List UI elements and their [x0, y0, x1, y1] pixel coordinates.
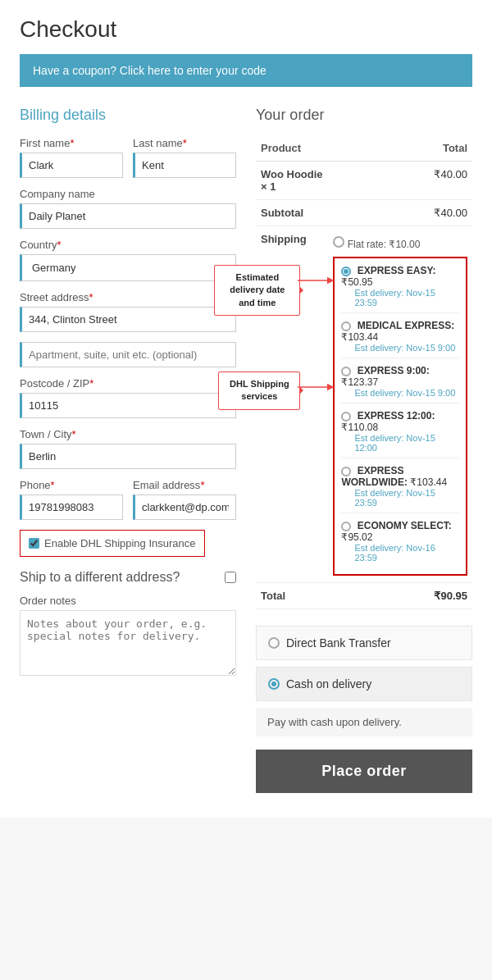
shipping-options-wrapper: Estimateddelivery dateand time	[333, 257, 467, 576]
callout2-arrow	[298, 381, 335, 393]
shipping-radio-5[interactable]	[341, 467, 351, 476]
shipping-radio-2[interactable]	[341, 321, 351, 331]
postcode-label: Postcode / ZIP*	[20, 377, 236, 390]
country-row: Country* Germany USA UK	[20, 239, 236, 281]
insurance-row: Enable DHL Shipping Insurance	[20, 530, 205, 557]
page-wrapper: Checkout Have a coupon? Click here to en…	[0, 0, 492, 818]
company-row: Company name	[20, 188, 236, 229]
page-title: Checkout	[20, 16, 472, 43]
company-label: Company name	[20, 188, 236, 200]
delivery-est-4: Est delivery: Nov-15 12:00	[341, 433, 459, 453]
table-row: Woo Hoodie × 1 ₹40.00	[256, 162, 472, 200]
ship-different-checkbox[interactable]	[225, 572, 236, 583]
subtotal-label: Subtotal	[256, 200, 328, 226]
col-total: Total	[328, 135, 472, 162]
last-name-input[interactable]	[133, 153, 236, 178]
coupon-banner[interactable]: Have a coupon? Click here to enter your …	[20, 54, 472, 87]
street-input[interactable]	[20, 307, 236, 332]
bank-transfer-radio[interactable]	[268, 637, 280, 649]
payment-option-bank[interactable]: Direct Bank Transfer	[256, 626, 472, 660]
last-name-field: Last name*	[133, 137, 236, 178]
delivery-est-1: Est delivery: Nov-15 23:59	[341, 288, 459, 308]
estimated-delivery-callout: Estimateddelivery dateand time	[214, 265, 300, 316]
product-total: ₹40.00	[328, 162, 472, 200]
shipping-option-6: ECONOMY SELECT: ₹95.02 Est delivery: Nov…	[341, 520, 459, 567]
shipping-radio-1[interactable]	[341, 267, 351, 276]
billing-section: Billing details First name* Last name*	[20, 107, 236, 793]
shipping-option-2: MEDICAL EXPRESS: ₹103.44 Est delivery: N…	[341, 320, 459, 358]
shipping-option-3: EXPRESS 9:00: ₹123.37 Est delivery: Nov-…	[341, 365, 459, 403]
street-row: Street address*	[20, 291, 236, 332]
phone-label: Phone*	[20, 479, 123, 491]
order-table: Product Total Woo Hoodie × 1 ₹40.00 Subt…	[256, 135, 472, 609]
postcode-field: Postcode / ZIP*	[20, 377, 236, 418]
payment-description: Pay with cash upon delivery.	[256, 708, 472, 736]
order-section: Your order Product Total Woo Hoodie × 1 …	[256, 107, 472, 793]
country-select[interactable]: Germany USA UK	[20, 254, 236, 281]
order-notes-field: Order notes	[20, 595, 236, 678]
flat-rate-radio[interactable]	[333, 236, 344, 248]
postcode-input[interactable]	[20, 393, 236, 418]
first-name-field: First name*	[20, 137, 123, 178]
shipping-radio-3[interactable]	[341, 367, 351, 376]
company-field: Company name	[20, 188, 236, 229]
bank-transfer-label: Direct Bank Transfer	[286, 636, 391, 650]
payment-option-cod[interactable]: Cash on delivery	[256, 667, 472, 701]
callout1-arrow	[298, 275, 335, 286]
shipping-option-1: EXPRESS EASY: ₹50.95 Est delivery: Nov-1…	[341, 265, 459, 313]
country-field: Country* Germany USA UK	[20, 239, 236, 281]
apt-field	[20, 342, 236, 367]
country-label: Country*	[20, 239, 236, 251]
total-row: Total ₹90.95	[256, 583, 472, 609]
city-field: Town / City*	[20, 428, 236, 469]
shipping-radio-4[interactable]	[341, 412, 351, 422]
total-label: Total	[256, 583, 328, 609]
col-product: Product	[256, 135, 328, 162]
last-name-label: Last name*	[133, 137, 236, 149]
dhl-shipping-callout: DHL Shippingservices	[218, 371, 300, 410]
email-label: Email address*	[133, 479, 236, 491]
name-row: First name* Last name*	[20, 137, 236, 178]
payment-section: Direct Bank Transfer Cash on delivery Pa…	[256, 626, 472, 793]
shipping-radio-6[interactable]	[341, 522, 351, 531]
order-title: Your order	[256, 107, 472, 124]
company-input[interactable]	[20, 203, 236, 229]
billing-title: Billing details	[20, 107, 236, 124]
insurance-checkbox[interactable]	[29, 538, 39, 549]
shipping-option-5: EXPRESS WORLDWIDE: ₹103.44 Est delivery:…	[341, 465, 459, 513]
delivery-est-6: Est delivery: Nov-16 23:59	[341, 543, 459, 563]
delivery-est-3: Est delivery: Nov-15 9:00	[341, 388, 459, 398]
cod-label: Cash on delivery	[286, 677, 371, 691]
street-label: Street address*	[20, 291, 236, 303]
delivery-est-5: Est delivery: Nov-15 23:59	[341, 488, 459, 508]
cod-radio[interactable]	[268, 678, 280, 690]
phone-input[interactable]	[20, 495, 123, 520]
delivery-est-2: Est delivery: Nov-15 9:00	[341, 343, 459, 353]
product-name: Woo Hoodie × 1	[256, 162, 328, 200]
subtotal-value: ₹40.00	[328, 200, 472, 226]
order-notes-row: Order notes	[20, 595, 236, 678]
city-input[interactable]	[20, 444, 236, 469]
order-notes-label: Order notes	[20, 595, 236, 607]
city-row: Town / City*	[20, 428, 236, 469]
main-content: Billing details First name* Last name*	[20, 107, 472, 793]
shipping-options-box: EXPRESS EASY: ₹50.95 Est delivery: Nov-1…	[333, 257, 467, 576]
phone-field: Phone*	[20, 479, 123, 520]
subtotal-row: Subtotal ₹40.00	[256, 200, 472, 226]
email-field: Email address*	[133, 479, 236, 520]
total-value: ₹90.95	[328, 583, 472, 609]
shipping-option-4: EXPRESS 12:00: ₹110.08 Est delivery: Nov…	[341, 410, 459, 458]
shipping-options-cell: Flat rate: ₹10.00 Estimateddelivery date…	[328, 226, 472, 583]
shipping-row: Shipping Flat rate: ₹10.00	[256, 226, 472, 583]
first-name-label: First name*	[20, 137, 123, 149]
ship-different-heading: Ship to a different address?	[20, 570, 236, 585]
first-name-input[interactable]	[20, 153, 123, 178]
apt-input[interactable]	[20, 342, 236, 367]
city-label: Town / City*	[20, 428, 236, 440]
apt-row	[20, 342, 236, 367]
place-order-button[interactable]: Place order	[256, 750, 472, 793]
email-input[interactable]	[133, 495, 236, 520]
flat-rate-row: Flat rate: ₹10.00	[333, 233, 467, 253]
postcode-row: Postcode / ZIP*	[20, 377, 236, 418]
order-notes-input[interactable]	[20, 610, 236, 676]
